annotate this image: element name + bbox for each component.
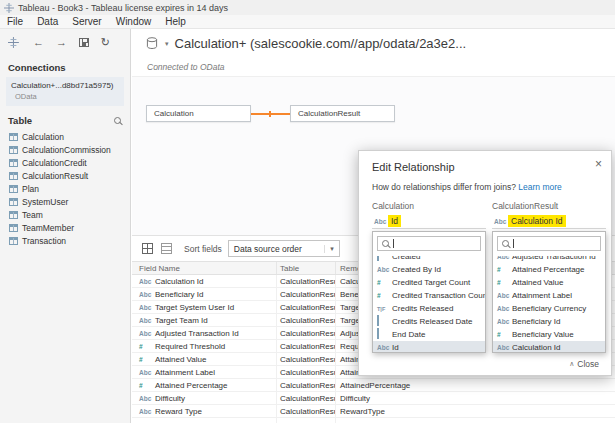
field-name: Reward Type — [155, 407, 202, 416]
field-type-icon: Abc — [374, 218, 388, 225]
sidebar-item-calculationcredit[interactable]: CalculationCredit — [0, 156, 130, 169]
save-button[interactable] — [79, 38, 89, 47]
search-icon — [382, 240, 389, 247]
list-item-selected[interactable]: AbcId — [373, 341, 485, 352]
field-remote: Difficulty — [335, 392, 615, 404]
left-panel: ← → ↻ Connections Calculation+...d8bd71a… — [0, 29, 131, 423]
menu-window[interactable]: Window — [109, 16, 159, 27]
list-item[interactable]: AbcAttainment Label — [493, 289, 605, 302]
table-row-partial[interactable] — [132, 418, 615, 423]
field-table: CalculationResult — [276, 275, 335, 287]
list-item[interactable]: Created — [373, 256, 485, 263]
date-icon — [377, 328, 379, 339]
menu-file[interactable]: File — [0, 16, 30, 27]
sidebar-item-teammember[interactable]: TeamMember — [0, 221, 130, 234]
connection-item[interactable]: Calculation+...d8bd71a5975) OData — [6, 77, 124, 106]
chevron-up-icon: ∧ — [569, 360, 574, 368]
dialog-title: Edit Relationship — [372, 161, 455, 173]
left-table-label: Calculation — [372, 201, 414, 211]
field-name: Target Team Id — [155, 316, 208, 325]
boolean-icon: T|F — [377, 306, 392, 312]
field-name: Required Threshold — [155, 342, 225, 351]
col-header-table[interactable]: Table — [276, 262, 335, 274]
field-type-icon: # — [139, 382, 155, 389]
sort-order-value: Data source order — [234, 244, 302, 254]
list-item[interactable]: #Beneficiary Value — [493, 328, 605, 341]
search-icon[interactable] — [114, 117, 121, 124]
sidebar-item-calculationresult[interactable]: CalculationResult — [0, 169, 130, 182]
list-item-selected[interactable]: AbcCalculation Id — [493, 341, 605, 352]
dialog-question: How do relationships differ from joins? … — [372, 182, 562, 192]
forward-button[interactable]: → — [56, 36, 67, 48]
field-remote: RewardType — [335, 405, 615, 417]
table-icon — [9, 237, 18, 245]
tableau-logo-icon — [4, 3, 14, 13]
menu-data[interactable]: Data — [30, 16, 65, 27]
canvas-node-calculationresult[interactable]: CalculationResult — [290, 105, 395, 122]
number-icon: # — [497, 331, 512, 338]
field-table: CalculationResult — [276, 327, 335, 339]
list-item[interactable]: #Credited Transaction Count — [373, 289, 485, 302]
list-item[interactable]: End Date — [373, 328, 485, 341]
toolbar: ← → ↻ — [0, 29, 130, 55]
right-search-input[interactable] — [497, 236, 601, 251]
sidebar-item-transaction[interactable]: Transaction — [0, 234, 130, 247]
field-table: CalculationResult — [276, 379, 335, 391]
list-item[interactable]: Credits Released Date — [373, 315, 485, 328]
number-icon: # — [377, 279, 392, 286]
right-selected-field[interactable]: Abc Calculation Id — [492, 214, 606, 229]
field-table: CalculationResult — [276, 366, 335, 378]
list-item[interactable]: #Credited Target Count — [373, 276, 485, 289]
abc-icon: Abc — [497, 305, 512, 312]
col-header-field-name[interactable]: Field Name — [132, 264, 276, 273]
edit-relationship-dialog: Edit Relationship × How do relationships… — [358, 150, 612, 376]
list-item[interactable]: AbcBeneficiary Currency — [493, 302, 605, 315]
refresh-button[interactable]: ↻ — [101, 36, 110, 49]
database-icon — [146, 37, 159, 50]
list-item[interactable]: AbcBeneficiary Id — [493, 315, 605, 328]
tableau-logo-icon[interactable] — [8, 37, 19, 48]
field-type-icon: Abc — [139, 278, 155, 285]
left-selected-field[interactable]: Abc Id — [372, 214, 486, 229]
table-row[interactable]: AbcDifficulty CalculationResult Difficul… — [132, 392, 615, 405]
datasource-name[interactable]: Calculation+ (salescookie.com//app/odata… — [175, 36, 467, 51]
field-table: CalculationResult — [276, 405, 335, 417]
table-row[interactable]: AbcReward Type CalculationResult RewardT… — [132, 405, 615, 418]
field-type-icon: Abc — [139, 317, 155, 324]
abc-icon: Abc — [377, 266, 392, 273]
dialog-close-link[interactable]: ∧ Close — [569, 359, 599, 369]
menubar: File Data Server Window Help — [0, 15, 615, 29]
field-type-icon: Abc — [139, 369, 155, 376]
table-header-label: Table — [8, 115, 32, 126]
list-item[interactable]: T|FCredits Released — [373, 302, 485, 315]
canvas-node-calculation[interactable]: Calculation — [146, 105, 251, 122]
menu-help[interactable]: Help — [158, 16, 193, 27]
sidebar-item-systemuser[interactable]: SystemUser — [0, 195, 130, 208]
learn-more-link[interactable]: Learn more — [518, 182, 561, 192]
sidebar-item-team[interactable]: Team — [0, 208, 130, 221]
abc-icon: Abc — [497, 344, 512, 351]
list-item[interactable]: AbcCreated By Id — [373, 263, 485, 276]
sidebar-item-plan[interactable]: Plan — [0, 182, 130, 195]
grid-view-icon[interactable] — [142, 243, 153, 254]
sidebar-item-calculation[interactable]: Calculation — [0, 130, 130, 143]
list-item[interactable]: #Attained Value — [493, 276, 605, 289]
sort-order-dropdown[interactable]: Data source order ▾ — [228, 240, 340, 257]
chevron-down-icon[interactable]: ▾ — [165, 40, 169, 48]
field-table: CalculationResult — [276, 340, 335, 352]
list-item[interactable]: #Attained Percentage — [493, 263, 605, 276]
metadata-view-icon[interactable] — [161, 243, 172, 254]
relationship-noodle[interactable] — [251, 113, 290, 115]
field-type-icon: Abc — [494, 218, 508, 225]
menu-server[interactable]: Server — [65, 16, 108, 27]
field-name: Target System User Id — [155, 303, 234, 312]
field-name: Attained Percentage — [155, 381, 228, 390]
chevron-down-icon: ▾ — [324, 245, 334, 253]
close-icon[interactable]: × — [595, 157, 602, 171]
list-item[interactable]: AbcAdjusted Transaction Id — [493, 256, 605, 263]
sidebar-item-calculationcommission[interactable]: CalculationCommission — [0, 143, 130, 156]
back-button[interactable]: ← — [33, 36, 44, 48]
left-search-input[interactable] — [377, 236, 481, 251]
table-row[interactable]: #Attained Percentage CalculationResult A… — [132, 379, 615, 392]
left-field-list: Created AbcCreated By Id #Credited Targe… — [373, 256, 485, 352]
